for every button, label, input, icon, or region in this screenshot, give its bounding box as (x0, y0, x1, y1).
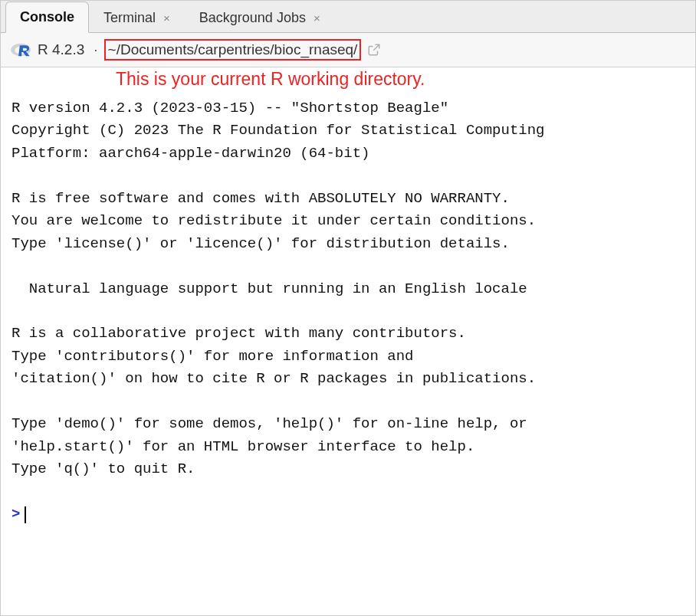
tab-console[interactable]: Console (5, 2, 89, 33)
console-prompt-line[interactable]: > (11, 503, 685, 526)
prompt-symbol: > (11, 503, 20, 526)
tab-background-jobs-label: Background Jobs (199, 10, 306, 26)
console-info-bar: R 4.2.3 · ~/Documents/carpentries/bioc_r… (1, 33, 695, 67)
tab-background-jobs[interactable]: Background Jobs × (185, 2, 335, 33)
tab-terminal-label: Terminal (103, 10, 156, 26)
open-workdir-icon[interactable] (367, 43, 381, 57)
separator: · (94, 41, 97, 58)
r-logo-icon (10, 41, 31, 59)
working-directory-path[interactable]: ~/Documents/carpentries/bioc_rnaseq/ (104, 39, 362, 61)
console-panel: Console Terminal × Background Jobs × R 4… (0, 0, 696, 616)
console-startup-text: R version 4.2.3 (2023-03-15) -- "Shortst… (11, 100, 545, 477)
annotation-text: This is your current R working directory… (1, 67, 695, 93)
close-icon[interactable]: × (163, 12, 170, 24)
text-cursor (25, 506, 26, 523)
tab-terminal[interactable]: Terminal × (89, 2, 185, 33)
r-version-label: R 4.2.3 (38, 41, 84, 58)
tab-bar: Console Terminal × Background Jobs × (1, 1, 695, 33)
close-icon[interactable]: × (314, 12, 320, 24)
tab-console-label: Console (20, 9, 74, 25)
console-output-area[interactable]: R version 4.2.3 (2023-03-15) -- "Shortst… (1, 93, 695, 615)
